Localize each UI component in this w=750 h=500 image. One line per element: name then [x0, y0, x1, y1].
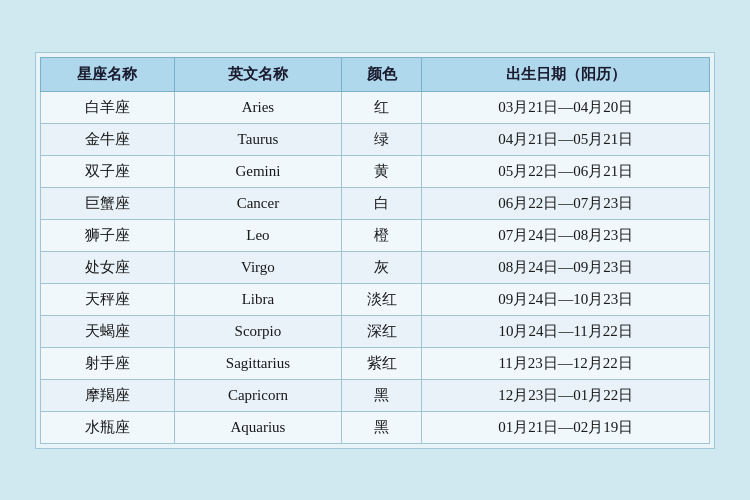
cell-color: 淡红 [342, 283, 422, 315]
cell-chinese: 金牛座 [41, 123, 175, 155]
cell-color: 橙 [342, 219, 422, 251]
table-row: 处女座Virgo灰08月24日—09月23日 [41, 251, 710, 283]
cell-english: Aries [174, 91, 341, 123]
table-row: 巨蟹座Cancer白06月22日—07月23日 [41, 187, 710, 219]
cell-date: 11月23日—12月22日 [422, 347, 710, 379]
cell-color: 绿 [342, 123, 422, 155]
cell-english: Capricorn [174, 379, 341, 411]
table-row: 射手座Sagittarius紫红11月23日—12月22日 [41, 347, 710, 379]
table-row: 金牛座Taurus绿04月21日—05月21日 [41, 123, 710, 155]
cell-english: Sagittarius [174, 347, 341, 379]
cell-chinese: 白羊座 [41, 91, 175, 123]
zodiac-table: 星座名称 英文名称 颜色 出生日期（阳历） 白羊座Aries红03月21日—04… [40, 57, 710, 444]
table-row: 水瓶座Aquarius黑01月21日—02月19日 [41, 411, 710, 443]
cell-english: Libra [174, 283, 341, 315]
header-english: 英文名称 [174, 57, 341, 91]
table-row: 天秤座Libra淡红09月24日—10月23日 [41, 283, 710, 315]
cell-color: 红 [342, 91, 422, 123]
cell-date: 10月24日—11月22日 [422, 315, 710, 347]
cell-date: 12月23日—01月22日 [422, 379, 710, 411]
cell-english: Aquarius [174, 411, 341, 443]
cell-date: 01月21日—02月19日 [422, 411, 710, 443]
cell-color: 白 [342, 187, 422, 219]
cell-chinese: 天秤座 [41, 283, 175, 315]
cell-color: 灰 [342, 251, 422, 283]
cell-chinese: 巨蟹座 [41, 187, 175, 219]
header-chinese: 星座名称 [41, 57, 175, 91]
header-date: 出生日期（阳历） [422, 57, 710, 91]
cell-chinese: 处女座 [41, 251, 175, 283]
cell-date: 03月21日—04月20日 [422, 91, 710, 123]
cell-date: 07月24日—08月23日 [422, 219, 710, 251]
table-row: 双子座Gemini黄05月22日—06月21日 [41, 155, 710, 187]
cell-date: 08月24日—09月23日 [422, 251, 710, 283]
cell-english: Leo [174, 219, 341, 251]
table-row: 白羊座Aries红03月21日—04月20日 [41, 91, 710, 123]
cell-color: 黄 [342, 155, 422, 187]
table-row: 摩羯座Capricorn黑12月23日—01月22日 [41, 379, 710, 411]
header-color: 颜色 [342, 57, 422, 91]
cell-english: Taurus [174, 123, 341, 155]
cell-english: Scorpio [174, 315, 341, 347]
cell-chinese: 水瓶座 [41, 411, 175, 443]
cell-color: 深红 [342, 315, 422, 347]
cell-chinese: 双子座 [41, 155, 175, 187]
cell-english: Cancer [174, 187, 341, 219]
table-header-row: 星座名称 英文名称 颜色 出生日期（阳历） [41, 57, 710, 91]
cell-chinese: 狮子座 [41, 219, 175, 251]
cell-color: 紫红 [342, 347, 422, 379]
cell-date: 04月21日—05月21日 [422, 123, 710, 155]
cell-chinese: 摩羯座 [41, 379, 175, 411]
cell-color: 黑 [342, 411, 422, 443]
cell-chinese: 天蝎座 [41, 315, 175, 347]
cell-english: Gemini [174, 155, 341, 187]
cell-english: Virgo [174, 251, 341, 283]
table-row: 天蝎座Scorpio深红10月24日—11月22日 [41, 315, 710, 347]
zodiac-table-container: 星座名称 英文名称 颜色 出生日期（阳历） 白羊座Aries红03月21日—04… [35, 52, 715, 449]
cell-chinese: 射手座 [41, 347, 175, 379]
cell-date: 05月22日—06月21日 [422, 155, 710, 187]
table-row: 狮子座Leo橙07月24日—08月23日 [41, 219, 710, 251]
cell-date: 06月22日—07月23日 [422, 187, 710, 219]
cell-date: 09月24日—10月23日 [422, 283, 710, 315]
cell-color: 黑 [342, 379, 422, 411]
